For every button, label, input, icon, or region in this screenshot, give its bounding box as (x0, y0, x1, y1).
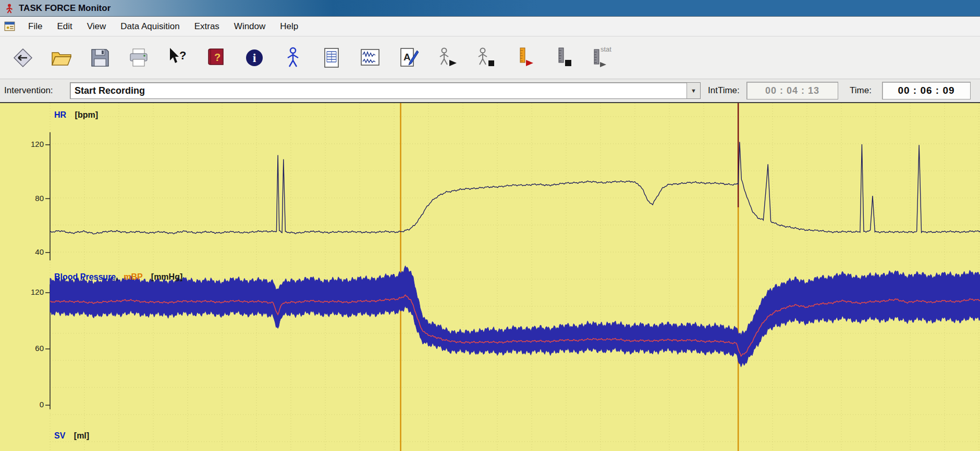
open-folder-icon[interactable] (48, 43, 75, 72)
hr-unit-text: [bpm] (75, 110, 98, 119)
hr-tick-40: 40 (10, 247, 44, 256)
print-icon[interactable] (125, 43, 152, 72)
menu-file[interactable]: File (21, 18, 50, 35)
hr-tick-120: 120 (10, 140, 44, 148)
hr-chart-title: HR [bpm] (54, 110, 98, 120)
intervention-label: Intervention: (4, 85, 53, 96)
edit-notes-icon[interactable]: A (395, 43, 422, 72)
hr-tick-80: 80 (10, 194, 44, 203)
bp-tick-0: 0 (10, 400, 44, 409)
stat-interval-label: stat (601, 45, 611, 53)
bp-title-separator: , (116, 272, 118, 281)
svg-text:i: i (253, 51, 256, 65)
document-icon[interactable] (4, 21, 16, 32)
intervention-dropdown-value: Start Recording (70, 85, 687, 96)
inttime-display: 00 : 04 : 13 (746, 82, 838, 99)
hr-title-text: HR (54, 110, 66, 119)
export-icon[interactable] (9, 43, 36, 72)
time-label: Time: (850, 85, 872, 96)
help-cursor-icon[interactable]: ? (164, 43, 191, 72)
info-icon[interactable]: i (241, 43, 268, 72)
mbp-title-text: mBP (124, 272, 142, 281)
report-icon[interactable] (318, 43, 345, 72)
sv-title-text: SV (54, 431, 65, 440)
chevron-down-icon[interactable]: ▼ (687, 83, 700, 98)
app-icon (4, 3, 15, 14)
bp-title-text: Blood Pressure (54, 272, 116, 281)
chart-area[interactable]: HR [bpm] 120 80 40 Blood Pressure, mBP [… (0, 103, 980, 451)
menu-window[interactable]: Window (227, 18, 273, 35)
titlebar: TASK FORCE Monitor (0, 0, 980, 17)
svg-text:A: A (403, 52, 411, 62)
signals-icon[interactable] (357, 43, 384, 72)
patient-icon[interactable] (279, 43, 307, 72)
menubar: File Edit View Data Aquisition Extras Wi… (0, 17, 980, 36)
stat-interval-icon[interactable]: stat (588, 43, 615, 72)
window-title: TASK FORCE Monitor (19, 3, 111, 14)
svg-text:?: ? (179, 49, 186, 62)
menu-view[interactable]: View (80, 18, 114, 35)
intervention-bar: Intervention: Start Recording ▼ IntTime:… (0, 79, 980, 103)
time-display: 00 : 06 : 09 (882, 82, 971, 99)
bp-tick-60: 60 (10, 344, 44, 353)
intervention-dropdown[interactable]: Start Recording ▼ (70, 82, 701, 99)
stop-measurement-icon[interactable] (472, 43, 499, 72)
start-measurement-icon[interactable] (434, 43, 461, 72)
sv-unit-text: [ml] (74, 431, 89, 440)
menu-data-aquisition[interactable]: Data Aquisition (113, 18, 187, 35)
menu-help[interactable]: Help (273, 18, 305, 35)
inttime-label: IntTime: (708, 85, 740, 96)
stop-interval-icon[interactable] (549, 43, 577, 72)
sv-chart-title: SV [ml] (54, 431, 89, 441)
menu-edit[interactable]: Edit (50, 18, 79, 35)
bp-unit-text: [mmHg] (151, 272, 182, 281)
menu-extras[interactable]: Extras (187, 18, 227, 35)
start-interval-icon[interactable] (511, 43, 538, 72)
bp-tick-120: 120 (10, 287, 44, 296)
toolbar: ? ? i (0, 36, 980, 79)
save-icon[interactable] (87, 43, 114, 72)
svg-text:?: ? (214, 52, 220, 63)
help-book-icon[interactable]: ? (202, 43, 229, 72)
task-force-monitor-window: TASK FORCE Monitor File Edit View Data A… (0, 0, 980, 451)
bp-chart-title: Blood Pressure, mBP [mmHg] (54, 272, 182, 282)
